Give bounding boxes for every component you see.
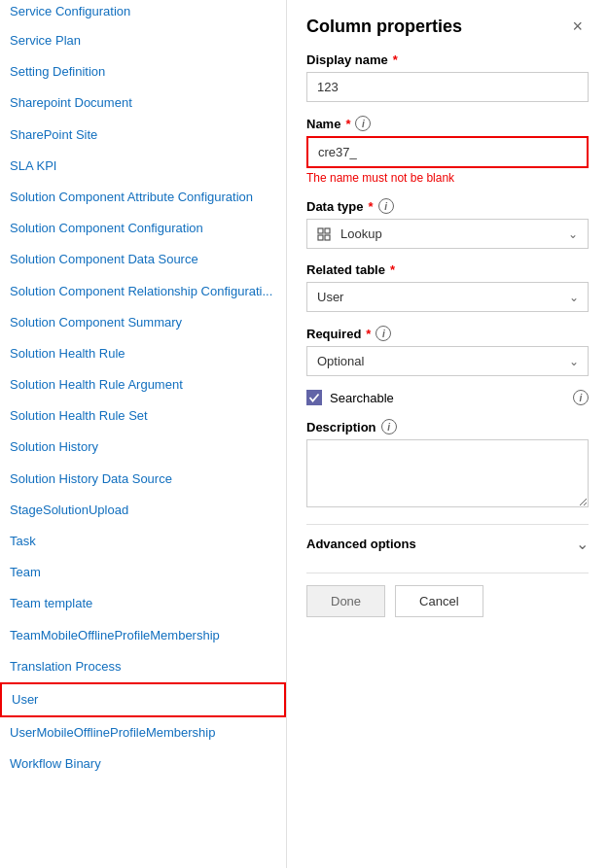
list-item-solution-component-summary[interactable]: Solution Component Summary bbox=[0, 307, 286, 338]
list-item-solution-health-rule[interactable]: Solution Health Rule bbox=[0, 338, 286, 369]
advanced-options-row[interactable]: Advanced options ⌄ bbox=[306, 524, 589, 563]
list-item-task[interactable]: Task bbox=[0, 526, 286, 557]
related-table-select-wrapper: User Account Contact ⌄ bbox=[306, 282, 589, 312]
searchable-checkbox[interactable] bbox=[306, 390, 322, 405]
advanced-options-chevron: ⌄ bbox=[576, 535, 589, 553]
description-label: Description i bbox=[306, 419, 589, 434]
column-properties-panel: Column properties × Display name * Name … bbox=[287, 0, 608, 868]
name-info-icon[interactable]: i bbox=[355, 116, 371, 131]
required-select[interactable]: Optional Required bbox=[306, 346, 589, 376]
data-type-select-wrapper: Lookup ⌄ bbox=[306, 219, 589, 249]
svg-rect-3 bbox=[325, 235, 330, 240]
list-item-solution-history-data-source[interactable]: Solution History Data Source bbox=[0, 464, 286, 495]
related-table-required: * bbox=[390, 262, 395, 277]
panel-header: Column properties × bbox=[306, 16, 589, 37]
required-group: Required * i Optional Required ⌄ bbox=[306, 326, 589, 376]
footer-buttons: Done Cancel bbox=[306, 573, 589, 621]
display-name-label: Display name * bbox=[306, 52, 589, 67]
name-group: Name * i The name must not be blank bbox=[306, 116, 589, 185]
related-table-select[interactable]: User Account Contact bbox=[306, 282, 589, 312]
name-error-message: The name must not be blank bbox=[306, 171, 589, 185]
list-item-service-plan[interactable]: Service Plan bbox=[0, 25, 286, 56]
panel-title: Column properties bbox=[306, 17, 462, 37]
searchable-info-icon[interactable]: i bbox=[573, 390, 589, 405]
data-type-info-icon[interactable]: i bbox=[378, 198, 394, 214]
required-required: * bbox=[366, 327, 371, 341]
required-label: Required * i bbox=[306, 326, 589, 341]
description-group: Description i bbox=[306, 419, 589, 510]
list-item-sharepoint-document[interactable]: Sharepoint Document bbox=[0, 87, 286, 119]
list-item-service-configuration[interactable]: Service Configuration bbox=[0, 0, 286, 25]
list-item-user-mobile-offline-profile-membership[interactable]: UserMobileOfflineProfileMembership bbox=[0, 717, 286, 748]
cancel-button[interactable]: Cancel bbox=[395, 585, 483, 617]
related-table-label: Related table * bbox=[306, 262, 589, 277]
searchable-row: Searchable i bbox=[306, 390, 589, 405]
list-item-solution-history[interactable]: Solution History bbox=[0, 432, 286, 463]
entity-list: Service Configuration Service PlanSettin… bbox=[0, 0, 287, 868]
required-info-icon[interactable]: i bbox=[376, 326, 391, 341]
related-table-group: Related table * User Account Contact ⌄ bbox=[306, 262, 589, 312]
svg-rect-2 bbox=[318, 235, 323, 240]
list-item-setting-definition[interactable]: Setting Definition bbox=[0, 56, 286, 87]
svg-rect-1 bbox=[325, 228, 330, 233]
list-item-solution-health-rule-argument[interactable]: Solution Health Rule Argument bbox=[0, 369, 286, 400]
list-item-solution-component-relationship-configuration[interactable]: Solution Component Relationship Configur… bbox=[0, 276, 286, 307]
lookup-icon bbox=[317, 227, 331, 241]
list-item-solution-component-configuration[interactable]: Solution Component Configuration bbox=[0, 213, 286, 244]
data-type-group: Data type * i Lookup ⌄ bbox=[306, 198, 589, 249]
list-item-solution-component-attribute-configuration[interactable]: Solution Component Attribute Configurati… bbox=[0, 182, 286, 213]
display-name-required: * bbox=[393, 52, 398, 67]
data-type-required: * bbox=[369, 199, 374, 214]
searchable-label: Searchable bbox=[330, 391, 394, 405]
name-required: * bbox=[345, 117, 350, 131]
list-item-sla-kpi[interactable]: SLA KPI bbox=[0, 151, 286, 182]
svg-rect-0 bbox=[318, 228, 323, 233]
list-item-user[interactable]: User bbox=[0, 682, 286, 717]
name-label: Name * i bbox=[306, 116, 589, 131]
data-type-select[interactable]: Lookup ⌄ bbox=[306, 219, 589, 249]
list-item-translation-process[interactable]: Translation Process bbox=[0, 651, 286, 682]
advanced-options-label: Advanced options bbox=[306, 537, 416, 551]
list-item-workflow-binary[interactable]: Workflow Binary bbox=[0, 748, 286, 780]
list-item-sharepoint-site[interactable]: SharePoint Site bbox=[0, 120, 286, 151]
list-item-stage-solution-upload[interactable]: StageSolutionUpload bbox=[0, 495, 286, 526]
display-name-group: Display name * bbox=[306, 52, 589, 102]
description-textarea[interactable] bbox=[306, 439, 589, 507]
list-item-team-template[interactable]: Team template bbox=[0, 588, 286, 619]
close-button[interactable]: × bbox=[566, 16, 589, 37]
data-type-label: Data type * i bbox=[306, 198, 589, 214]
required-select-wrapper: Optional Required ⌄ bbox=[306, 346, 589, 376]
description-info-icon[interactable]: i bbox=[381, 419, 397, 434]
list-item-team[interactable]: Team bbox=[0, 557, 286, 588]
data-type-chevron: ⌄ bbox=[568, 227, 578, 241]
display-name-input[interactable] bbox=[306, 72, 589, 102]
list-item-solution-health-rule-set[interactable]: Solution Health Rule Set bbox=[0, 400, 286, 432]
done-button[interactable]: Done bbox=[306, 585, 385, 617]
list-item-solution-component-data-source[interactable]: Solution Component Data Source bbox=[0, 244, 286, 275]
name-input[interactable] bbox=[306, 136, 589, 168]
data-type-value: Lookup bbox=[340, 226, 382, 241]
list-item-team-mobile-offline-profile-membership[interactable]: TeamMobileOfflineProfileMembership bbox=[0, 620, 286, 651]
